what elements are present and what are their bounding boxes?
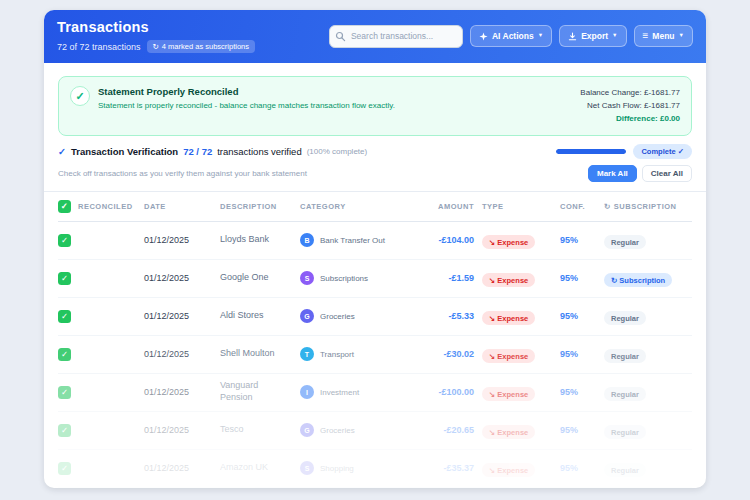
reconciled-cell: ✓	[58, 272, 144, 285]
row-amount: -£5.33	[418, 311, 482, 321]
header-subscription-label: SUBSCRIPTION	[614, 202, 677, 211]
verification-right: Complete ✓	[556, 144, 692, 159]
subscription-cell: Regular	[604, 231, 692, 250]
reconciled-cell: ✓	[58, 462, 144, 475]
category-cell: T Transport	[300, 347, 418, 361]
type-cell: ↘ Expense	[482, 459, 560, 478]
reconciled-banner: ✓ Statement Properly Reconciled Statemen…	[58, 76, 692, 136]
header-type: TYPE	[482, 202, 560, 211]
row-confidence: 95%	[560, 349, 604, 359]
success-check-icon: ✓	[70, 86, 90, 106]
type-cell: ↘ Expense	[482, 421, 560, 440]
subscriptions-badge: ↻ 4 marked as subscriptions	[147, 40, 255, 53]
type-badge: ↘ Expense	[482, 349, 535, 363]
row-amount: -£30.02	[418, 349, 482, 359]
export-button[interactable]: Export ▼	[559, 25, 626, 47]
verification-count-suffix: transactions verified	[217, 146, 301, 157]
reconciled-checkbox[interactable]: ✓	[58, 462, 71, 475]
category-cell: G Groceries	[300, 309, 418, 323]
reconciled-cell: ✓	[58, 310, 144, 323]
category-icon: T	[300, 347, 314, 361]
row-description: Google One	[220, 272, 278, 284]
table-row: ✓ 01/12/2025 Aldi Stores G Groceries -£5…	[58, 298, 692, 336]
check-icon: ✓	[58, 146, 66, 157]
header-left: Transactions 72 of 72 transactions ↻ 4 m…	[57, 19, 255, 53]
subscription-badge: Regular	[604, 387, 646, 401]
header-subtitle-row: 72 of 72 transactions ↻ 4 marked as subs…	[57, 40, 255, 53]
row-confidence: 95%	[560, 235, 604, 245]
row-date: 01/12/2025	[144, 349, 220, 359]
row-amount: -£20.65	[418, 425, 482, 435]
mark-all-button[interactable]: Mark All	[588, 165, 637, 182]
banner-stats: Balance Change: £-1681.77 Net Cash Flow:…	[580, 86, 680, 126]
refresh-icon: ↻	[604, 202, 611, 211]
app-header: Transactions 72 of 72 transactions ↻ 4 m…	[44, 10, 706, 63]
net-cash-flow-value: Net Cash Flow: £-1681.77	[580, 99, 680, 112]
header-description: DESCRIPTION	[220, 202, 300, 211]
table-row: ✓ 01/12/2025 Google One S Subscriptions …	[58, 260, 692, 298]
category-icon: G	[300, 423, 314, 437]
row-confidence: 95%	[560, 387, 604, 397]
verification-completion-note: (100% complete)	[307, 147, 367, 156]
ai-actions-button[interactable]: AI Actions ▼	[470, 25, 552, 47]
verification-header-row: ✓ Transaction Verification 72 / 72 trans…	[58, 144, 692, 159]
reconciled-checkbox[interactable]: ✓	[58, 272, 71, 285]
category-icon: S	[300, 271, 314, 285]
row-description: Aldi Stores	[220, 310, 278, 322]
category-icon: G	[300, 309, 314, 323]
row-category: Groceries	[320, 426, 355, 435]
header-reconciled-label: RECONCILED	[78, 202, 133, 211]
refresh-icon: ↻	[153, 42, 159, 51]
table-row: ✓ 01/12/2025 Lloyds Bank B Bank Transfer…	[58, 222, 692, 260]
reconciled-cell: ✓	[58, 424, 144, 437]
row-description: Tesco	[220, 424, 278, 436]
row-description: Vanguard Pension	[220, 380, 278, 403]
type-badge: ↘ Expense	[482, 235, 535, 249]
type-badge: ↘ Expense	[482, 311, 535, 325]
category-icon: S	[300, 461, 314, 475]
category-icon: I	[300, 385, 314, 399]
banner-text: Statement Properly Reconciled Statement …	[98, 86, 395, 110]
header-category: CATEGORY	[300, 202, 418, 211]
row-amount: -£100.00	[418, 387, 482, 397]
reconciled-cell: ✓	[58, 348, 144, 361]
reconciled-checkbox[interactable]: ✓	[58, 234, 71, 247]
search-icon	[335, 31, 346, 42]
type-badge: ↘ Expense	[482, 387, 535, 401]
verification-hint: Check off transactions as you verify the…	[58, 169, 307, 178]
row-confidence: 95%	[560, 425, 604, 435]
verification-progress-fill	[556, 149, 626, 154]
chevron-down-icon: ▼	[538, 32, 543, 38]
row-description: Lloyds Bank	[220, 234, 278, 246]
row-description: Shell Moulton	[220, 348, 278, 360]
export-label: Export	[581, 31, 608, 41]
page-title: Transactions	[57, 19, 255, 35]
select-all-checkbox[interactable]: ✓	[58, 200, 71, 213]
subscription-cell: Regular	[604, 345, 692, 364]
transaction-count: 72 of 72 transactions	[57, 42, 141, 52]
subscription-badge: Regular	[604, 235, 646, 249]
row-confidence: 95%	[560, 463, 604, 473]
clear-all-button[interactable]: Clear All	[642, 165, 692, 182]
reconciled-checkbox[interactable]: ✓	[58, 348, 71, 361]
row-category: Investment	[320, 388, 359, 397]
table-row: ✓ 01/12/2025 Vanguard Pension I Investme…	[58, 374, 692, 412]
banner-title: Statement Properly Reconciled	[98, 86, 395, 97]
reconciled-checkbox[interactable]: ✓	[58, 424, 71, 437]
table-row: ✓ 01/12/2025 Amazon UK S Shopping -£35.3…	[58, 450, 692, 488]
verification-section: ✓ Transaction Verification 72 / 72 trans…	[58, 144, 692, 191]
download-icon	[568, 32, 577, 41]
subscription-badge: Regular	[604, 349, 646, 363]
row-date: 01/12/2025	[144, 311, 220, 321]
reconciled-checkbox[interactable]: ✓	[58, 310, 71, 323]
menu-button[interactable]: ≡ Menu ▼	[634, 25, 694, 47]
complete-badge: Complete ✓	[633, 144, 692, 159]
search-input[interactable]	[329, 25, 463, 48]
reconciled-checkbox[interactable]: ✓	[58, 386, 71, 399]
reconciled-cell: ✓	[58, 386, 144, 399]
header-subscription: ↻ SUBSCRIPTION	[604, 202, 692, 211]
category-cell: I Investment	[300, 385, 418, 399]
sparkle-icon	[479, 32, 488, 41]
type-badge: ↘ Expense	[482, 273, 535, 287]
subscription-cell: Regular	[604, 421, 692, 440]
